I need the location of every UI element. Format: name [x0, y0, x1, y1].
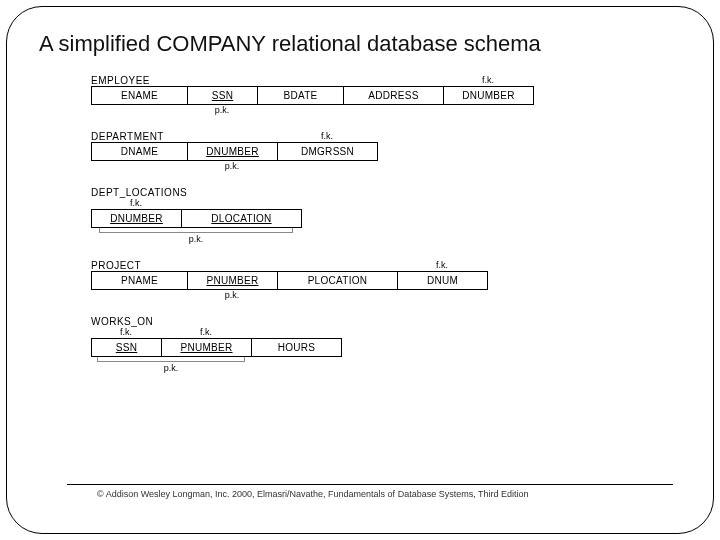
attribute-row: DNAME DNUMBER DMGRSSN [91, 142, 665, 161]
attr-dnumber: DNUMBER [444, 86, 534, 105]
relation-name: WORKS_ON [91, 316, 161, 327]
pk-label: p.k. [187, 290, 277, 300]
fk-label: f.k. [161, 327, 251, 338]
footer-divider [67, 484, 673, 485]
pk-label: p.k. [187, 105, 257, 115]
relation-name: DEPT_LOCATIONS [91, 187, 197, 198]
attribute-row: DNUMBER DLOCATION [91, 209, 301, 228]
fk-label: f.k. [397, 260, 487, 271]
relation-name: EMPLOYEE [91, 75, 187, 86]
attribute-row: PNAME PNUMBER PLOCATION DNUM [91, 271, 665, 290]
attr-dnum: DNUM [398, 271, 488, 290]
attr-dnumber: DNUMBER [92, 209, 182, 228]
relation-name: DEPARTMENT [91, 131, 187, 142]
attr-ename: ENAME [92, 86, 188, 105]
pk-label: p.k. [91, 234, 301, 244]
relation-employee: EMPLOYEE f.k. ENAME SSN BDATE ADDRESS DN… [91, 75, 665, 117]
schema-area: EMPLOYEE f.k. ENAME SSN BDATE ADDRESS DN… [91, 75, 665, 375]
slide-title: A simplified COMPANY relational database… [39, 31, 685, 57]
relation-department: DEPARTMENT f.k. DNAME DNUMBER DMGRSSN p.… [91, 131, 665, 173]
relation-name: PROJECT [91, 260, 187, 271]
relation-works-on: WORKS_ON f.k. f.k. SSN PNUMBER HOURS p.k… [91, 316, 665, 375]
attr-pnumber: PNUMBER [162, 338, 252, 357]
attr-plocation: PLOCATION [278, 271, 398, 290]
fk-label: f.k. [91, 198, 181, 209]
fk-label: f.k. [277, 131, 377, 142]
footer-copyright: © Addison Wesley Longman, Inc. 2000, Elm… [97, 489, 529, 499]
attr-pnumber: PNUMBER [188, 271, 278, 290]
attr-dlocation: DLOCATION [182, 209, 302, 228]
attr-dnumber: DNUMBER [188, 142, 278, 161]
attr-dname: DNAME [92, 142, 188, 161]
fk-label: f.k. [443, 75, 533, 86]
attribute-row: ENAME SSN BDATE ADDRESS DNUMBER [91, 86, 665, 105]
relation-project: PROJECT f.k. PNAME PNUMBER PLOCATION DNU… [91, 260, 665, 302]
attr-bdate: BDATE [258, 86, 344, 105]
attr-ssn: SSN [92, 338, 162, 357]
slide-frame: A simplified COMPANY relational database… [6, 6, 714, 534]
attr-ssn: SSN [188, 86, 258, 105]
fk-label: f.k. [91, 327, 161, 338]
attribute-row: SSN PNUMBER HOURS [91, 338, 341, 357]
pk-label: p.k. [187, 161, 277, 171]
attr-dmgrssn: DMGRSSN [278, 142, 378, 161]
attr-address: ADDRESS [344, 86, 444, 105]
relation-dept-locations: DEPT_LOCATIONS f.k. DNUMBER DLOCATION p.… [91, 187, 665, 246]
attr-pname: PNAME [92, 271, 188, 290]
pk-label: p.k. [91, 363, 251, 373]
attr-hours: HOURS [252, 338, 342, 357]
